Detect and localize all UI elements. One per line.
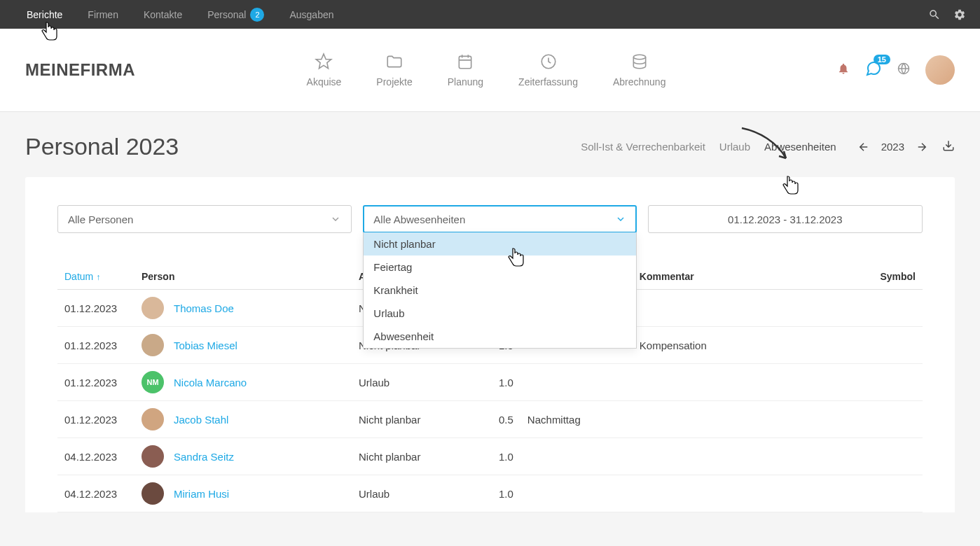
cell-days: 1.0 xyxy=(492,438,520,475)
cell-symbol xyxy=(867,290,923,327)
calendar-icon xyxy=(456,52,474,71)
nav-firmen[interactable]: Firmen xyxy=(75,8,131,22)
nav-ausgaben[interactable]: Ausgaben xyxy=(277,8,346,22)
nav-label: Planung xyxy=(448,76,483,88)
cell-time xyxy=(520,364,633,401)
person-avatar: NM xyxy=(142,371,164,393)
table-row[interactable]: 04.12.2023 Miriam Husi Urlaub 1.0 xyxy=(57,475,923,512)
person-avatar xyxy=(142,334,164,356)
col-date[interactable]: Datum↑ xyxy=(57,265,134,290)
nav-label: Abrechnung xyxy=(613,76,666,88)
year-value: 2023 xyxy=(881,141,904,153)
dropdown-item[interactable]: Feiertag xyxy=(364,255,635,279)
filter-person[interactable]: Alle Personen xyxy=(57,205,352,233)
personal-badge: 2 xyxy=(250,8,264,22)
chevron-down-icon xyxy=(330,214,341,225)
cell-date: 04.12.2023 xyxy=(57,438,134,475)
database-icon xyxy=(630,52,649,71)
cell-person: Jacob Stahl xyxy=(134,401,352,438)
chat-icon[interactable]: 15 xyxy=(865,60,882,80)
cell-person: Sandra Seitz xyxy=(134,438,352,475)
col-comment[interactable]: Kommentar xyxy=(633,265,867,290)
nav-abrechnung[interactable]: Abrechnung xyxy=(613,52,666,88)
nav-planung[interactable]: Planung xyxy=(448,52,483,88)
cell-comment xyxy=(633,475,867,512)
filter-absence[interactable]: Alle Abwesenheiten xyxy=(363,205,636,233)
table-row[interactable]: 04.12.2023 Sandra Seitz Nicht planbar 1.… xyxy=(57,438,923,475)
nav-zeiterfassung[interactable]: Zeiterfassung xyxy=(518,52,578,88)
page-header: Personal 2023 Soll-Ist & Verrechenbarkei… xyxy=(25,133,955,160)
search-icon[interactable] xyxy=(928,8,941,21)
clock-icon xyxy=(539,52,558,71)
table-row[interactable]: 01.12.2023 NM Nicola Marcano Urlaub 1.0 xyxy=(57,364,923,401)
bell-icon[interactable] xyxy=(837,62,850,78)
cell-time: Nachmittag xyxy=(520,401,633,438)
chevron-down-icon xyxy=(615,214,626,225)
person-link[interactable]: Tobias Miesel xyxy=(174,340,237,351)
dropdown-item[interactable]: Krankheit xyxy=(364,279,635,302)
sort-asc-icon: ↑ xyxy=(96,272,100,282)
cell-time xyxy=(520,438,633,475)
nav-akquise[interactable]: Akquise xyxy=(307,52,342,88)
year-nav: 2023 xyxy=(857,141,928,153)
person-link[interactable]: Sandra Seitz xyxy=(174,451,234,463)
dropdown-item[interactable]: Abwesenheit xyxy=(364,325,635,348)
dropdown-item[interactable]: Nicht planbar xyxy=(364,232,635,255)
dropdown-item[interactable]: Urlaub xyxy=(364,302,635,325)
col-symbol[interactable]: Symbol xyxy=(867,265,923,290)
cell-date: 01.12.2023 xyxy=(57,290,134,327)
top-nav-left: Berichte Firmen Kontakte Personal 2 Ausg… xyxy=(14,8,347,22)
filter-absence-wrap: Alle Abwesenheiten Nicht planbar Feierta… xyxy=(363,205,636,233)
cell-person: Thomas Doe xyxy=(134,290,352,327)
header: MEINEFIRMA Akquise Projekte Planung Zeit… xyxy=(0,29,980,112)
cell-person: Tobias Miesel xyxy=(134,327,352,364)
nav-label: Personal xyxy=(207,9,246,20)
page-tabs: Soll-Ist & Verrechenbarkeit Urlaub Abwes… xyxy=(581,139,955,154)
logo: MEINEFIRMA xyxy=(25,60,135,80)
cell-symbol xyxy=(867,438,923,475)
nav-berichte[interactable]: Berichte xyxy=(14,8,75,22)
person-link[interactable]: Miriam Husi xyxy=(174,488,229,500)
tab-abwesenheiten[interactable]: Abwesenheiten xyxy=(764,141,836,153)
daterange-value: 01.12.2023 - 31.12.2023 xyxy=(728,214,842,225)
download-icon[interactable] xyxy=(942,139,955,154)
cell-days: 0.5 xyxy=(492,401,520,438)
cell-comment: Kompensation xyxy=(633,327,867,364)
filter-person-value: Alle Personen xyxy=(68,214,133,225)
filters: Alle Personen Alle Abwesenheiten Nicht p… xyxy=(57,205,923,233)
table-row[interactable]: 01.12.2023 Jacob Stahl Nicht planbar 0.5… xyxy=(57,401,923,438)
person-link[interactable]: Jacob Stahl xyxy=(174,414,228,426)
nav-label: Akquise xyxy=(307,76,342,88)
tab-urlaub[interactable]: Urlaub xyxy=(719,141,750,153)
top-nav: Berichte Firmen Kontakte Personal 2 Ausg… xyxy=(0,0,980,29)
nav-projekte[interactable]: Projekte xyxy=(376,52,412,88)
header-right: 15 xyxy=(837,55,955,85)
cell-symbol xyxy=(867,475,923,512)
svg-point-2 xyxy=(633,55,645,59)
user-avatar[interactable] xyxy=(925,55,955,85)
globe-icon[interactable] xyxy=(897,62,910,78)
nav-label: Projekte xyxy=(376,76,412,88)
col-person[interactable]: Person xyxy=(134,265,352,290)
cell-person: Miriam Husi xyxy=(134,475,352,512)
cell-comment xyxy=(633,401,867,438)
nav-kontakte[interactable]: Kontakte xyxy=(131,8,195,22)
cell-person: NM Nicola Marcano xyxy=(134,364,352,401)
nav-personal[interactable]: Personal 2 xyxy=(195,8,277,22)
nav-label: Kontakte xyxy=(144,9,182,20)
gear-icon[interactable] xyxy=(953,8,966,21)
arrow-left-icon[interactable] xyxy=(857,141,870,153)
cell-comment xyxy=(633,290,867,327)
person-avatar xyxy=(142,445,164,468)
cell-date: 01.12.2023 xyxy=(57,364,134,401)
person-link[interactable]: Thomas Doe xyxy=(174,302,234,314)
cell-days: 1.0 xyxy=(492,475,520,512)
filter-daterange[interactable]: 01.12.2023 - 31.12.2023 xyxy=(648,205,923,233)
star-icon xyxy=(315,52,333,71)
cell-symbol xyxy=(867,327,923,364)
header-nav: Akquise Projekte Planung Zeiterfassung A… xyxy=(307,52,666,88)
cell-absence: Nicht planbar xyxy=(352,401,492,438)
tab-soll-ist[interactable]: Soll-Ist & Verrechenbarkeit xyxy=(581,141,705,153)
arrow-right-icon[interactable] xyxy=(916,141,928,153)
person-link[interactable]: Nicola Marcano xyxy=(174,377,247,388)
